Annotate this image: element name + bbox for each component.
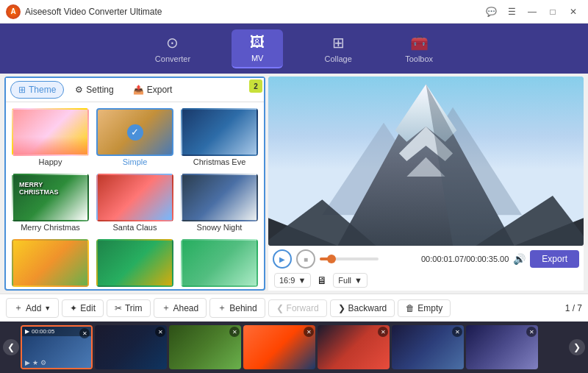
film-play-ctrl-1[interactable]: ▶ xyxy=(25,359,30,366)
film-close-3[interactable]: ✕ xyxy=(229,327,240,337)
empty-icon: 🗑 xyxy=(406,303,415,313)
page-count: 1 / 7 xyxy=(565,303,582,313)
tab-mv[interactable]: 🖼 MV xyxy=(232,29,283,68)
behind-button[interactable]: ＋ Behind xyxy=(209,298,265,318)
behind-icon: ＋ xyxy=(218,302,226,314)
tab-collage[interactable]: ⊞ Collage xyxy=(312,29,364,68)
film-close-5[interactable]: ✕ xyxy=(378,327,388,337)
panel-tab-setting[interactable]: ⚙ Setting xyxy=(67,81,121,99)
film-item-7[interactable]: ✕ xyxy=(466,325,538,369)
theme-label-happy: Happy xyxy=(39,157,62,166)
bottom-toolbar: ＋ Add ▼ ✦ Edit ✂ Trim ＋ Ahead ＋ Behind ❮… xyxy=(0,294,588,322)
panel-badge: 2 xyxy=(249,79,262,93)
theme-label-christmas-tree: Christmas Tree xyxy=(107,288,162,289)
play-button[interactable]: ▶ xyxy=(273,249,292,269)
time-display: 00:00:01.07/00:00:35.00 xyxy=(421,255,509,263)
film-close-6[interactable]: ✕ xyxy=(452,327,462,337)
mv-icon: 🖼 xyxy=(250,34,265,51)
monitor-icon: 🖥 xyxy=(317,274,327,286)
theme-item-stripes-waves[interactable]: Stripes & Waves xyxy=(10,238,90,289)
theme-tab-label: Theme xyxy=(29,85,56,95)
theme-item-happy[interactable]: Happy xyxy=(10,107,90,168)
theme-thumb-simple: ✓ xyxy=(96,108,173,156)
empty-button[interactable]: 🗑 Empty xyxy=(398,299,451,317)
edit-button[interactable]: ✦ Edit xyxy=(62,299,104,317)
trim-button[interactable]: ✂ Trim xyxy=(107,299,151,317)
maximize-button[interactable]: □ xyxy=(544,4,562,19)
film-time-1: 00:00:05 xyxy=(32,328,54,335)
filmstrip: ❮ ▶ 00:00:05 ✕ ▶ ★ ⚙ ✕ ✕ ✕ ✕ ✕ ✕ ❯ xyxy=(0,322,588,373)
theme-thumb-christmas-eve xyxy=(181,108,258,156)
theme-label-christmas-eve: Christmas Eve xyxy=(193,157,246,166)
ahead-button[interactable]: ＋ Ahead xyxy=(154,298,207,318)
theme-thumb-merry-christmas: MERRYCHRISTMAS xyxy=(12,174,89,221)
right-panel: ▶ ■ 00:00:01.07/00:00:35.00 🔊 Export 16:… xyxy=(265,74,588,294)
film-star-ctrl-1[interactable]: ★ xyxy=(32,359,38,366)
theme-thumb-christmas-tree xyxy=(96,239,173,287)
theme-label-simple: Simple xyxy=(123,157,148,166)
app-title: Aiseesoft Video Converter Ultimate xyxy=(25,7,482,17)
app-logo: A xyxy=(6,4,21,19)
progress-track[interactable] xyxy=(320,257,379,260)
display-select[interactable]: Full ▼ xyxy=(333,273,368,288)
ratio-chevron: ▼ xyxy=(298,276,306,285)
film-item-2[interactable]: ✕ xyxy=(95,325,167,369)
film-item-6[interactable]: ✕ xyxy=(392,325,464,369)
forward-button[interactable]: ❮ Forward xyxy=(268,299,327,317)
theme-thumb-santa-claus xyxy=(96,174,173,221)
film-item-4[interactable]: ✕ xyxy=(243,325,315,369)
ratio-select[interactable]: 16:9 ▼ xyxy=(274,273,311,288)
theme-item-christmas-eve[interactable]: Christmas Eve xyxy=(179,107,259,168)
filmstrip-next-button[interactable]: ❯ xyxy=(569,339,585,355)
theme-thumb-beautiful-christmas xyxy=(181,239,258,287)
film-close-7[interactable]: ✕ xyxy=(526,327,537,337)
film-item-5[interactable]: ✕ xyxy=(318,325,390,369)
panel-tabs: ⊞ Theme ⚙ Setting 📤 Export 2 xyxy=(6,78,264,102)
stop-button[interactable]: ■ xyxy=(296,249,315,269)
minimize-button[interactable]: — xyxy=(523,4,541,19)
theme-item-merry-christmas[interactable]: MERRYCHRISTMAS Merry Christmas xyxy=(10,172,90,233)
titlebar: A Aiseesoft Video Converter Ultimate 💬 ☰… xyxy=(0,0,588,24)
film-item-1[interactable]: ▶ 00:00:05 ✕ ▶ ★ ⚙ xyxy=(21,325,93,369)
volume-button[interactable]: 🔊 xyxy=(513,253,526,265)
panel-tab-theme[interactable]: ⊞ Theme xyxy=(10,81,64,99)
forward-icon: ❮ xyxy=(276,303,284,313)
toolbox-icon: 🧰 xyxy=(410,34,429,51)
panel-tab-export[interactable]: 📤 Export xyxy=(125,81,181,99)
film-close-1[interactable]: ✕ xyxy=(79,328,90,338)
film-close-2[interactable]: ✕ xyxy=(155,327,165,337)
converter-label: Converter xyxy=(155,54,190,63)
menu-button[interactable]: ☰ xyxy=(503,4,520,19)
close-button[interactable]: ✕ xyxy=(564,4,582,19)
film-item-3[interactable]: ✕ xyxy=(169,325,241,369)
theme-item-beautiful-christmas[interactable]: Beautiful Christmas xyxy=(179,238,259,289)
theme-item-simple[interactable]: ✓ Simple xyxy=(95,107,175,168)
collage-icon: ⊞ xyxy=(332,34,345,51)
theme-label-snowy-night: Snowy Night xyxy=(197,223,243,232)
theme-label-santa-claus: Santa Claus xyxy=(113,223,157,232)
theme-label-stripes-waves: Stripes & Waves xyxy=(21,288,80,289)
backward-button[interactable]: ❯ Backward xyxy=(330,299,395,317)
collage-label: Collage xyxy=(324,54,351,63)
toolbox-label: Toolbox xyxy=(405,54,433,63)
nav-tabs: ⊙ Converter 🖼 MV ⊞ Collage 🧰 Toolbox xyxy=(0,24,588,74)
add-button[interactable]: ＋ Add ▼ xyxy=(6,298,59,318)
playback-options: 16:9 ▼ 🖥 Full ▼ xyxy=(268,271,584,291)
film-settings-ctrl-1[interactable]: ⚙ xyxy=(40,359,46,366)
main-area: ⊞ Theme ⚙ Setting 📤 Export 2 Happy xyxy=(0,74,588,294)
theme-grid: Happy ✓ Simple Christmas Eve xyxy=(6,102,264,289)
theme-label-beautiful-christmas: Beautiful Christmas xyxy=(184,288,254,289)
theme-item-santa-claus[interactable]: Santa Claus xyxy=(95,172,175,233)
tab-toolbox[interactable]: 🧰 Toolbox xyxy=(393,29,445,68)
theme-item-christmas-tree[interactable]: Christmas Tree xyxy=(95,238,175,289)
filmstrip-prev-button[interactable]: ❮ xyxy=(3,339,19,355)
film-close-4[interactable]: ✕ xyxy=(304,327,314,337)
tab-converter[interactable]: ⊙ Converter xyxy=(143,29,202,68)
left-panel: ⊞ Theme ⚙ Setting 📤 Export 2 Happy xyxy=(4,77,265,291)
window-controls: 💬 ☰ — □ ✕ xyxy=(482,4,582,19)
ahead-icon: ＋ xyxy=(162,302,171,314)
theme-item-snowy-night[interactable]: Snowy Night xyxy=(179,172,259,233)
export-button[interactable]: Export xyxy=(530,250,579,268)
chat-button[interactable]: 💬 xyxy=(482,4,500,19)
theme-thumb-happy xyxy=(12,108,89,156)
